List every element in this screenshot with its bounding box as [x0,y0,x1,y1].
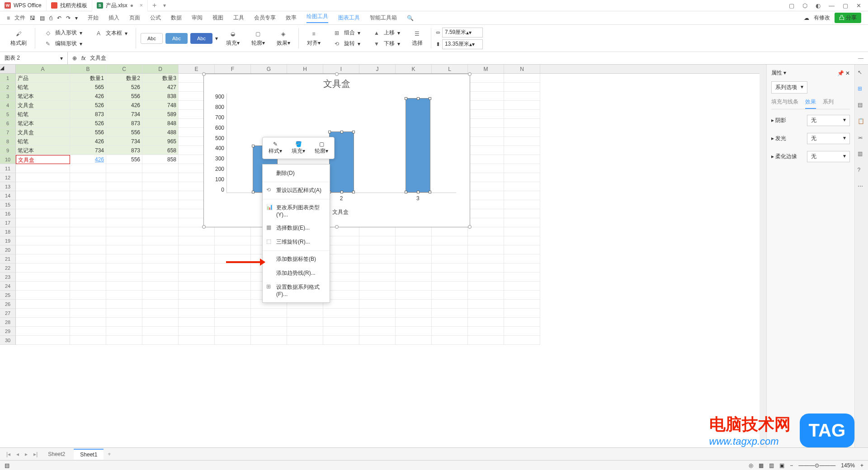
link-tool-icon[interactable]: ⫘ [858,134,866,142]
undo-icon[interactable]: ↶ [57,15,61,21]
text-box[interactable]: A文本框▾ [90,29,131,38]
add-tab-button[interactable]: + [148,1,161,9]
zoom-out-icon[interactable]: − [790,462,793,469]
chevron-down-icon[interactable]: ▾ [60,55,63,61]
insert-shape[interactable]: ◇插入形状▾ [40,28,86,38]
menu-data[interactable]: 数据 [171,14,182,22]
col-header[interactable]: G [251,65,287,73]
menu-chart-tools[interactable]: 图表工具 [338,14,360,22]
menu-smart-tools[interactable]: 智能工具箱 [370,14,397,22]
chart-object[interactable]: 文具盒 9008007006005004003002001000 123 文具盒 [203,74,470,227]
menu-efficiency[interactable]: 效率 [286,14,297,22]
close-window-icon[interactable]: ✕ [856,2,861,9]
glow-dropdown[interactable]: 无▾ [807,133,850,144]
layers-tool-icon[interactable]: ▤ [858,102,866,110]
view-page-icon[interactable]: ▥ [769,462,774,469]
close-pane-icon[interactable]: ✕ [845,70,850,76]
rotate-button[interactable]: ⟲旋转▾ [329,39,364,48]
style-preset-1[interactable]: Abc [141,33,163,44]
shadow-dropdown[interactable]: 无▾ [807,115,850,126]
style-preset-2[interactable]: Abc [165,33,188,44]
redo-icon[interactable]: ↷ [66,15,71,21]
view-normal-icon[interactable]: ▦ [759,462,764,469]
col-header[interactable]: L [432,65,468,73]
vertical-scrollbar[interactable] [760,65,766,453]
name-box[interactable]: 图表 2▾ [0,52,68,64]
tab-effect[interactable]: 效果 [805,98,816,109]
last-sheet-icon[interactable]: ▸| [32,451,39,457]
ctx-delete[interactable]: 删除(D) [263,166,330,180]
menu-review[interactable]: 审阅 [192,14,203,22]
sheet-tab-2[interactable]: Sheet2 [42,449,71,459]
file-tab[interactable]: S 产品.xlsx ● × [92,0,148,11]
width-input[interactable]: 7.59厘米▴▾ [442,28,483,38]
col-header[interactable]: F [215,65,251,73]
print-preview-icon[interactable]: ▤ [40,15,45,21]
zoom-level[interactable]: 145% [841,462,855,469]
height-input[interactable]: 13.35厘米▴▾ [442,39,483,49]
pin-icon[interactable]: 📌 [837,70,844,76]
save-icon[interactable]: 🖫 [30,15,35,21]
effect-button[interactable]: ◈效果▾ [273,29,294,47]
clipboard-tool-icon[interactable]: 📋 [858,118,866,126]
book-tool-icon[interactable]: ▥ [858,150,866,159]
col-header[interactable]: A [16,65,70,73]
add-sheet-icon[interactable]: + [106,451,113,457]
cube-icon[interactable]: ⬡ [802,2,807,9]
view-read-icon[interactable]: ▣ [779,462,784,469]
style-preset-3[interactable]: Abc [190,33,212,44]
group-button[interactable]: ⊞组合▾ [329,28,364,38]
app-tab[interactable]: W WPS Office [0,0,47,11]
tab-fill-line[interactable]: 填充与线条 [771,98,798,109]
menu-member[interactable]: 会员专享 [254,14,276,22]
layout-icon[interactable]: ▢ [789,2,794,9]
formula-input[interactable]: 文具盒 [90,54,106,62]
soft-dropdown[interactable]: 无▾ [807,151,850,162]
view-sync-icon[interactable]: ◎ [749,462,753,469]
menu-page[interactable]: 页面 [129,14,140,22]
align-button[interactable]: ≡对齐▾ [303,29,324,47]
ctx-select-data[interactable]: ▦选择数据(E)... [263,221,330,235]
ctx-format-series[interactable]: ⊞设置数据系列格式(F)... [263,280,330,301]
mini-outline[interactable]: ▢轮廓▾ [311,140,332,156]
template-tab[interactable]: 找稻壳模板 [47,0,92,11]
ctx-change-type[interactable]: 📊更改系列图表类型(Y)... [263,201,330,221]
close-tab-icon[interactable]: × [140,2,143,9]
menu-start[interactable]: 开始 [88,14,99,22]
file-menu[interactable]: 文件 [14,14,25,22]
col-header[interactable]: E [179,65,215,73]
col-header[interactable]: K [396,65,432,73]
menu-tools[interactable]: 工具 [233,14,244,22]
ctx-add-label[interactable]: 添加数据标签(B) [263,252,330,266]
format-brush[interactable]: 🖌格式刷 [7,29,30,47]
menu-insert[interactable]: 插入 [108,14,119,22]
col-header[interactable]: B [70,65,106,73]
fill-button[interactable]: ◒填充▾ [222,29,243,47]
prev-sheet-icon[interactable]: ◂ [14,451,21,457]
hamburger-icon[interactable]: ≡ [7,15,10,21]
series-options-dropdown[interactable]: 系列选项▾ [771,81,807,94]
outline-button[interactable]: ▢轮廓▾ [248,29,269,47]
select-tool-icon[interactable]: ↖ [858,69,866,77]
col-header[interactable]: N [504,65,540,73]
menu-view[interactable]: 视图 [212,14,223,22]
search-icon[interactable]: 🔍 [407,15,414,21]
chart-bar[interactable] [406,98,430,193]
mini-style[interactable]: ✎样式▾ [265,140,286,156]
collapse-ribbon-icon[interactable]: — [858,55,868,61]
ctx-reset[interactable]: ⟲重设以匹配样式(A) [263,183,330,197]
more-tool-icon[interactable]: ⋯ [858,183,866,191]
menu-formula[interactable]: 公式 [150,14,161,22]
ctx-add-trend[interactable]: 添加趋势线(R)... [263,266,330,280]
minimize-icon[interactable]: — [829,2,835,9]
mini-fill[interactable]: 🪣填充▾ [288,140,309,156]
col-header[interactable]: H [287,65,323,73]
cloud-sync-icon[interactable]: ☁ [804,15,809,21]
help-tool-icon[interactable]: ? [858,167,866,175]
zoom-in-icon[interactable]: + [860,462,863,469]
next-sheet-icon[interactable]: ▸ [23,451,29,457]
col-header[interactable]: D [142,65,179,73]
dropdown-icon[interactable]: ▾ [75,15,78,21]
chart-legend[interactable]: 文具盒 [204,208,470,216]
style-more-icon[interactable]: ▾ [215,35,218,42]
